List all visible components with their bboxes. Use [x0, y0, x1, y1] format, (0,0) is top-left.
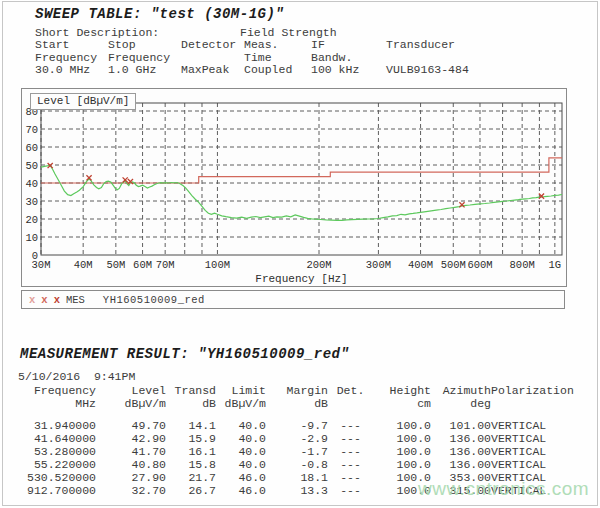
- legend-trace-name: YH160510009_red: [103, 294, 205, 306]
- table-row-cell: 40.0: [216, 445, 266, 458]
- sweep-column: StartFrequency30.0 MHz: [35, 39, 97, 77]
- table-row-cell: VERTICAL: [491, 445, 577, 458]
- x-tick-label: 500M: [441, 259, 466, 271]
- table-row-cell: 55.220000: [16, 458, 96, 471]
- table-header-units-row-cell: dBµV/m: [216, 397, 266, 410]
- y-tick-label: 10: [25, 232, 38, 244]
- table-row-cell: 14.1: [166, 419, 216, 432]
- table-row-cell: 16.1: [166, 445, 216, 458]
- table-row-cell: VERTICAL: [491, 458, 577, 471]
- x-tick-label: 200M: [306, 259, 331, 271]
- measured-trace: [41, 166, 562, 221]
- table-header-row: FrequencyLevelTransdLimitMarginDet.Heigh…: [16, 384, 577, 397]
- y-tick-label: 50: [25, 160, 38, 172]
- table-row-cell: ---: [328, 419, 373, 432]
- table-row-cell: 40.0: [216, 458, 266, 471]
- table-row-cell: VERTICAL: [491, 419, 577, 432]
- table-row-cell: ---: [328, 484, 373, 497]
- table-header-units-row-cell: cm: [373, 397, 431, 410]
- table-row-cell: 912.700000: [16, 484, 96, 497]
- y-tick-label: 40: [25, 178, 38, 190]
- table-row-cell: 21.7: [166, 471, 216, 484]
- table-row: 41.64000042.9015.940.0-2.9---100.0136.00…: [16, 432, 577, 445]
- measurement-timestamp: 5/10/2016 9:41PM: [18, 370, 135, 383]
- table-row-cell: 41.640000: [16, 432, 96, 445]
- table-row-cell: 27.90: [96, 471, 166, 484]
- emc-test-report: { "sweep_table": { "title": "SWEEP TABLE…: [0, 0, 600, 508]
- sweep-column: StopFrequency1.0 GHz: [108, 39, 170, 77]
- table-row-cell: ---: [328, 445, 373, 458]
- sweep-column: DetectorMaxPeak: [181, 39, 236, 77]
- x-tick-label: 1G: [549, 259, 562, 271]
- table-row-cell: 15.8: [166, 458, 216, 471]
- measurement-marker-x-icon: [459, 202, 464, 207]
- table-row-cell: 41.70: [96, 445, 166, 458]
- table-row-cell: 101.00: [431, 419, 491, 432]
- table-header-units-row-cell: dB: [166, 397, 216, 410]
- table-row-cell: -1.7: [266, 445, 328, 458]
- table-row: 55.22000040.8015.840.0-0.8---100.0136.00…: [16, 458, 577, 471]
- table-row-cell: 100.0: [373, 445, 431, 458]
- table-row-cell: 26.7: [166, 484, 216, 497]
- y-tick-label: 30: [25, 196, 38, 208]
- trace-marker-x-icon: x: [29, 294, 35, 306]
- x-axis-title: Frequency [Hz]: [255, 273, 347, 285]
- table-row-cell: 13.3: [266, 484, 328, 497]
- watermark: www.cntronics.com: [418, 478, 589, 500]
- table-row-cell: 100.0: [373, 419, 431, 432]
- legend-series-type: MES: [66, 294, 85, 306]
- level-vs-frequency-plot: 30M40M50M60M70M100M200M300M400M500M600M8…: [22, 89, 566, 286]
- x-tick-label: 40M: [74, 259, 93, 271]
- table-row-cell: 15.9: [166, 432, 216, 445]
- table-row-cell: 40.80: [96, 458, 166, 471]
- table-row-cell: 49.70: [96, 419, 166, 432]
- x-tick-label: 60M: [133, 259, 152, 271]
- x-tick-label: 300M: [366, 259, 391, 271]
- table-header-units-row-cell: deg: [431, 397, 491, 410]
- table-header-row-cell: Limit: [216, 384, 266, 397]
- table-header-units-row: MHzdBµV/mdBdBµV/mdBcmdeg: [16, 397, 577, 410]
- measurement-result-title: MEASUREMENT RESULT: "YH160510009_red": [20, 346, 349, 362]
- y-tick-label: 70: [25, 124, 38, 136]
- table-row-cell: -2.9: [266, 432, 328, 445]
- trace-marker-x-icon: x: [54, 294, 60, 306]
- limit-line: [41, 158, 562, 183]
- table-header-units-row-cell: [328, 397, 373, 410]
- table-row-cell: -9.7: [266, 419, 328, 432]
- sweep-column: IFBandw.100 kHz: [311, 39, 359, 77]
- y-axis-title: Level [dBµV/m]: [30, 93, 136, 110]
- trace-marker-x-icon: x: [41, 294, 47, 306]
- table-header-row-cell: Frequency: [16, 384, 96, 397]
- x-tick-label: 600M: [467, 259, 492, 271]
- table-row-cell: 46.0: [216, 471, 266, 484]
- table-row: 31.94000049.7014.140.0-9.7---100.0101.00…: [16, 419, 577, 432]
- sweep-table-title: SWEEP TABLE: "test (30M-1G)": [35, 6, 284, 22]
- table-header-row-cell: Margin: [266, 384, 328, 397]
- table-row-cell: 100.0: [373, 432, 431, 445]
- table-row-cell: 136.00: [431, 458, 491, 471]
- x-tick-label: 100M: [205, 259, 230, 271]
- table-row-cell: 31.940000: [16, 419, 96, 432]
- table-row-cell: 136.00: [431, 445, 491, 458]
- table-row-cell: 136.00: [431, 432, 491, 445]
- x-tick-label: 50M: [106, 259, 125, 271]
- table-row-cell: VERTICAL: [491, 432, 577, 445]
- table-row-cell: ---: [328, 458, 373, 471]
- table-header-row-cell: Height: [373, 384, 431, 397]
- y-tick-label: 20: [25, 214, 38, 226]
- y-tick-label: 0: [32, 250, 38, 262]
- y-tick-label: 60: [25, 142, 38, 154]
- table-row-cell: 40.0: [216, 419, 266, 432]
- table-row-cell: 53.280000: [16, 445, 96, 458]
- table-header-row-cell: Level: [96, 384, 166, 397]
- table-header-row-cell: Det.: [328, 384, 373, 397]
- table-header-units-row-cell: dBµV/m: [96, 397, 166, 410]
- sweep-column: TransducerVULB9163-484: [386, 39, 469, 77]
- table-row-cell: ---: [328, 432, 373, 445]
- x-tick-label: 70M: [156, 259, 175, 271]
- chart-legend: x x x MES YH160510009_red: [21, 290, 565, 309]
- x-tick-label: 800M: [510, 259, 535, 271]
- plot-border: [41, 103, 562, 255]
- table-header-units-row-cell: [491, 397, 577, 410]
- table-row-cell: 100.0: [373, 458, 431, 471]
